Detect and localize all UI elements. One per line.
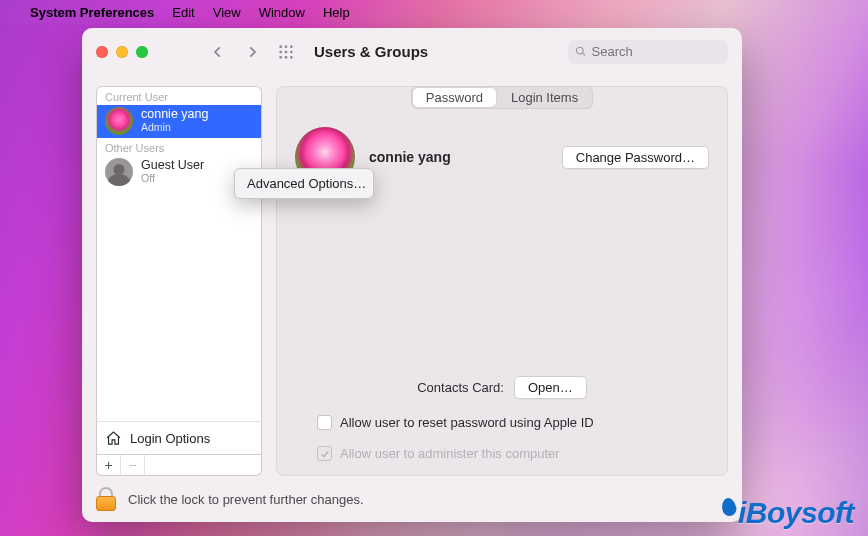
user-name: Guest User [141, 159, 204, 173]
zoom-icon[interactable] [136, 46, 148, 58]
user-list: Current User connie yang Admin Other Use… [96, 86, 262, 421]
menu-edit[interactable]: Edit [172, 5, 194, 20]
svg-point-5 [290, 50, 293, 53]
menu-window[interactable]: Window [259, 5, 305, 20]
context-menu: Advanced Options… [234, 168, 374, 199]
svg-point-8 [290, 56, 293, 59]
change-password-button[interactable]: Change Password… [562, 146, 709, 169]
minimize-icon[interactable] [116, 46, 128, 58]
menu-view[interactable]: View [213, 5, 241, 20]
section-current-user: Current User [97, 87, 261, 105]
menubar: System Preferences Edit View Window Help [0, 0, 868, 24]
window-controls [96, 46, 148, 58]
checkbox-allow-reset-label: Allow user to reset password using Apple… [340, 415, 594, 430]
search-icon [575, 45, 587, 58]
remove-user-button[interactable]: − [121, 455, 145, 475]
sidebar: Current User connie yang Admin Other Use… [96, 86, 262, 476]
lock-icon[interactable] [96, 487, 116, 511]
login-options-label: Login Options [130, 431, 210, 446]
checkbox-allow-admin [317, 446, 332, 461]
checkbox-allow-reset[interactable] [317, 415, 332, 430]
forward-button[interactable] [240, 40, 264, 64]
avatar-icon [105, 158, 133, 186]
svg-point-2 [290, 45, 293, 48]
contacts-open-button[interactable]: Open… [514, 376, 587, 399]
user-role: Admin [141, 122, 208, 134]
svg-point-7 [285, 56, 288, 59]
window-title: Users & Groups [314, 43, 428, 60]
app-menu[interactable]: System Preferences [30, 5, 154, 20]
user-role: Off [141, 173, 204, 185]
profile-name: connie yang [369, 149, 451, 165]
droplet-icon [720, 497, 737, 518]
menu-help[interactable]: Help [323, 5, 350, 20]
svg-point-4 [285, 50, 288, 53]
search-field[interactable] [568, 40, 728, 64]
add-remove-bar: + − [96, 455, 262, 476]
svg-point-6 [279, 56, 282, 59]
main-panel: Password Login Items connie yang Change … [276, 86, 728, 476]
house-icon [105, 430, 122, 447]
svg-point-3 [279, 50, 282, 53]
back-button[interactable] [206, 40, 230, 64]
watermark: iBoysoft [722, 496, 854, 530]
preferences-window: Users & Groups Current User connie yang … [82, 28, 742, 522]
contacts-card-label: Contacts Card: [417, 380, 504, 395]
svg-point-0 [279, 45, 282, 48]
show-all-button[interactable] [274, 40, 298, 64]
search-input[interactable] [592, 44, 721, 59]
svg-point-1 [285, 45, 288, 48]
login-options-button[interactable]: Login Options [96, 421, 262, 455]
add-user-button[interactable]: + [97, 455, 121, 475]
watermark-text: iBoysoft [738, 496, 854, 530]
lock-hint-text: Click the lock to prevent further change… [128, 492, 364, 507]
menu-item-advanced-options[interactable]: Advanced Options… [239, 173, 369, 194]
tab-password[interactable]: Password [413, 88, 496, 107]
section-other-users: Other Users [97, 138, 261, 156]
user-row-current[interactable]: connie yang Admin [97, 105, 261, 138]
avatar-icon [105, 107, 133, 135]
tab-login-items[interactable]: Login Items [497, 87, 592, 108]
user-name: connie yang [141, 108, 208, 122]
titlebar: Users & Groups [82, 28, 742, 76]
tab-bar: Password Login Items [411, 86, 593, 109]
checkbox-allow-admin-label: Allow user to administer this computer [340, 446, 560, 461]
footer: Click the lock to prevent further change… [82, 476, 742, 522]
close-icon[interactable] [96, 46, 108, 58]
